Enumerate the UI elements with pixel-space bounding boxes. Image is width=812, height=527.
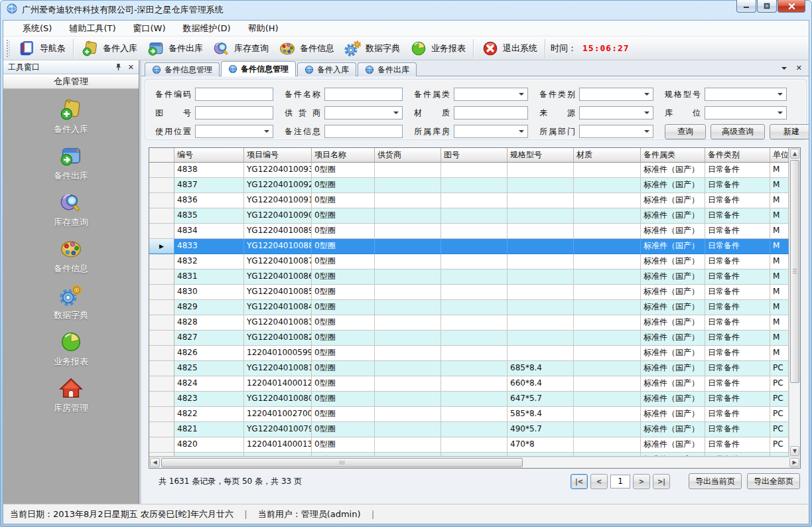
sidebar-item-report[interactable]: 业务报表 <box>39 329 103 368</box>
table-row[interactable]: 4827YG122040100820型圈标准件（国产）日常备件M <box>149 331 789 346</box>
column-header[interactable]: 编号 <box>174 148 244 163</box>
sidebar-item-outbound[interactable]: 备件出库 <box>39 143 103 182</box>
minimize-button[interactable] <box>736 0 756 13</box>
table-row[interactable]: 4829YG122040100840型圈标准件（国产）日常备件M <box>149 300 789 315</box>
search-button-2[interactable]: 新建 <box>770 124 809 139</box>
table-row[interactable]: 4830YG122040100850型圈标准件（国产）日常备件M <box>149 285 789 300</box>
table-row[interactable]: ▶4833YG122040100880型圈标准件（国产）日常备件M <box>149 239 789 254</box>
column-header[interactable]: 项目编号 <box>244 148 312 163</box>
table-row[interactable]: 4832YG122040100870型圈标准件（国产）日常备件M <box>149 254 789 269</box>
toolbar-button-outbound[interactable]: 备件出库 <box>142 38 208 59</box>
sidebar-item-info[interactable]: 备件信息 <box>39 236 103 275</box>
row-selector <box>149 315 174 331</box>
sidebar-close-icon[interactable]: ✕ <box>128 64 134 71</box>
column-header[interactable]: 项目名称 <box>312 148 375 163</box>
tab-0[interactable]: 备件信息管理 <box>145 62 220 76</box>
column-header[interactable]: 供货商 <box>375 148 441 163</box>
toolbar-separator <box>545 39 545 58</box>
select-field[interactable] <box>579 88 653 101</box>
export-current-page-button[interactable]: 导出当前页 <box>689 473 742 489</box>
outbound-icon <box>147 39 165 58</box>
table-row[interactable]: 4831YG122040100860型圈标准件（国产）日常备件M <box>149 269 789 285</box>
table-row[interactable]: 4837YG122040100920型圈标准件（国产）日常备件M <box>149 178 789 193</box>
search-button-0[interactable]: 查询 <box>665 124 706 139</box>
column-header[interactable]: 图号 <box>441 148 508 163</box>
toolbar-button-query[interactable]: 库存查询 <box>208 38 273 59</box>
column-header[interactable]: 备件属类 <box>641 148 705 163</box>
text-field[interactable] <box>195 88 273 101</box>
column-header[interactable]: 规格型号 <box>508 148 574 163</box>
toolbar-grip[interactable] <box>7 40 11 57</box>
select-field[interactable] <box>324 106 403 119</box>
menu-item-3[interactable]: 数据维护(D) <box>174 21 239 37</box>
table-row[interactable]: 482612204010005990型圈标准件（国产）日常备件M <box>149 346 789 361</box>
select-field[interactable] <box>454 88 528 101</box>
column-header[interactable]: 材质 <box>574 148 641 163</box>
table-row[interactable]: 4834YG122040100890型圈标准件（国产）日常备件M <box>149 224 789 239</box>
select-field[interactable] <box>705 106 787 119</box>
first-page-button[interactable]: |< <box>571 474 588 489</box>
text-field[interactable] <box>454 106 528 119</box>
table-row[interactable]: 4836YG122040100910型圈标准件（国产）日常备件M <box>149 193 789 208</box>
field-label: 备件编码 <box>155 89 191 100</box>
table-row[interactable]: 482412204014000120型圈660*8.4标准件（国产）日常备件PC <box>149 376 789 392</box>
table-row[interactable]: 4825YG122040100810型圈685*8.4标准件（国产）日常备件PC <box>149 361 789 376</box>
page-number-input[interactable] <box>610 475 630 489</box>
export-all-pages-button[interactable]: 导出全部页 <box>747 473 800 489</box>
select-field[interactable] <box>454 125 528 138</box>
table-row[interactable]: 4835YG122040100900型圈标准件（国产）日常备件M <box>149 208 789 224</box>
scroll-left-icon[interactable]: ◀ <box>150 458 160 467</box>
menu-item-1[interactable]: 辅助工具(T) <box>60 21 124 37</box>
maximize-button[interactable] <box>757 0 777 13</box>
column-header[interactable]: 单位 <box>770 148 789 163</box>
menu-item-0[interactable]: 系统(S) <box>14 21 60 37</box>
text-field[interactable] <box>195 106 273 119</box>
sidebar-item-home[interactable]: 库房管理 <box>39 376 103 414</box>
table-row[interactable]: 482012204014000130型圈470*8标准件（国产）日常备件PC <box>149 437 789 453</box>
table-row[interactable]: 482212204010027000型圈585*8.4标准件（国产）日常备件PC <box>149 407 789 422</box>
close-button[interactable] <box>778 0 805 13</box>
query-icon <box>58 190 84 215</box>
sidebar-item-query[interactable]: 库存查询 <box>39 190 103 228</box>
scroll-right-icon[interactable]: ▶ <box>789 458 799 467</box>
prev-page-button[interactable]: < <box>590 474 608 489</box>
toolbar-button-navbar[interactable]: 导航条 <box>13 38 70 59</box>
select-field[interactable] <box>579 125 653 138</box>
column-header[interactable]: 备件类别 <box>705 148 770 163</box>
field-label: 来 源 <box>539 108 575 119</box>
next-page-button[interactable]: > <box>633 474 650 489</box>
text-field[interactable] <box>324 88 403 101</box>
toolbar-button-exit[interactable]: 退出系统 <box>476 38 542 59</box>
tab-2[interactable]: 备件入库 <box>297 62 356 76</box>
toolbar-button-info[interactable]: 备件信息 <box>273 38 339 59</box>
field-label: 备件名称 <box>285 89 320 100</box>
sidebar-item-inbound[interactable]: 备件入库 <box>39 97 103 135</box>
toolbar-button-inbound[interactable]: 备件入库 <box>76 38 142 59</box>
tab-list-dropdown-icon[interactable] <box>781 67 787 72</box>
select-field[interactable] <box>705 88 787 101</box>
toolbar-button-dict[interactable]: 数据字典 <box>339 38 405 59</box>
menu-item-4[interactable]: 帮助(H) <box>239 21 287 37</box>
scroll-down-icon[interactable]: ▼ <box>790 446 799 456</box>
sidebar-item-dict[interactable]: 数据字典 <box>39 283 103 321</box>
horizontal-scroll-thumb[interactable] <box>161 458 523 467</box>
toolbar-button-report[interactable]: 业务报表 <box>405 38 470 59</box>
tab-close-icon[interactable]: ✕ <box>796 64 802 72</box>
search-button-1[interactable]: 高级查询 <box>710 124 765 139</box>
select-field[interactable] <box>579 106 653 119</box>
text-field[interactable] <box>324 125 403 138</box>
table-row[interactable]: 4821YG122040100790型圈490*5.7标准件（国产）日常备件PC <box>149 422 789 437</box>
field-label: 供 货 商 <box>285 108 320 119</box>
table-row[interactable]: 4823YG122040100800型圈647*5.7标准件（国产）日常备件PC <box>149 392 789 407</box>
last-page-button[interactable]: >| <box>653 474 670 489</box>
table-row[interactable]: 4838YG122040100930型圈标准件（国产）日常备件M <box>149 163 789 178</box>
pin-icon[interactable] <box>115 63 122 71</box>
vertical-scroll-thumb[interactable] <box>790 160 799 383</box>
menu-item-2[interactable]: 窗口(W) <box>125 21 174 37</box>
tab-3[interactable]: 备件出库 <box>358 62 417 76</box>
table-row[interactable]: 4828YG122040100830型圈标准件（国产）日常备件M <box>149 315 789 331</box>
select-field[interactable] <box>195 125 273 138</box>
scroll-up-icon[interactable]: ▲ <box>790 149 799 159</box>
field-label: 图 号 <box>155 108 191 119</box>
tab-1[interactable]: 备件信息管理 <box>221 61 296 76</box>
